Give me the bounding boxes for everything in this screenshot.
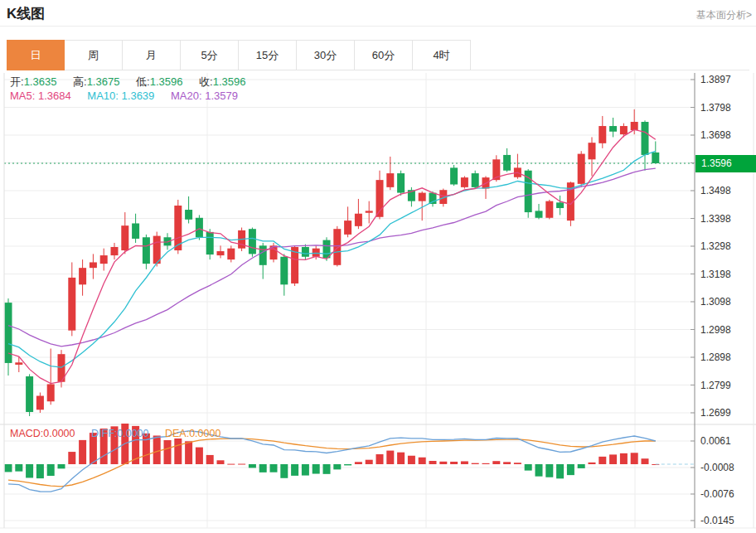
macd-bar (578, 464, 585, 468)
candle-down (652, 153, 659, 163)
macd-bar (355, 462, 362, 464)
macd-bar (26, 464, 33, 477)
macd-bar (90, 433, 97, 464)
y-axis-label: 1.3798 (700, 102, 731, 114)
candle-down (472, 173, 479, 187)
macd-bar (58, 464, 65, 468)
candle-up (68, 278, 75, 331)
tab-5min[interactable]: 5分 (181, 40, 239, 70)
candle-down (132, 223, 139, 238)
macd-bar (206, 455, 214, 464)
candle-down (206, 232, 214, 254)
macd-bar (100, 429, 108, 464)
macd-bar (47, 464, 55, 476)
macd-bar (631, 453, 638, 464)
macd-bar (164, 440, 172, 464)
macd-bar (196, 448, 203, 464)
candle-down (503, 155, 511, 171)
header-divider (0, 26, 756, 27)
tab-15min[interactable]: 15分 (239, 40, 297, 70)
kline-chart-svg[interactable]: 1.38971.37981.36981.34981.33981.32981.31… (0, 73, 756, 533)
candle-up (47, 384, 55, 401)
candle-up (589, 143, 596, 159)
candle-down (609, 126, 617, 132)
y-axis-label: 1.3098 (700, 296, 731, 308)
candle-up (620, 126, 628, 134)
macd-bar (492, 461, 500, 464)
macd-bar (227, 464, 235, 465)
tab-60min[interactable]: 60分 (355, 40, 413, 70)
candle-down (302, 247, 309, 257)
candle-up (100, 255, 108, 264)
candle-down (259, 245, 267, 264)
macd-bar (68, 452, 75, 464)
candle-down (249, 229, 256, 254)
macd-bar (589, 463, 596, 464)
tab-day[interactable]: 日 (7, 40, 65, 70)
macd-bar (450, 462, 458, 464)
macd-bar (556, 464, 564, 478)
candle-down (143, 237, 150, 264)
period-tab-bar: 日 周 月 5分 15分 30分 60分 4时 (7, 40, 749, 70)
macd-bar (174, 439, 182, 464)
macd-bar (249, 464, 256, 468)
macd-bar (472, 463, 479, 464)
candle-down (26, 376, 33, 412)
candle-down (196, 218, 203, 237)
macd-bar (238, 464, 245, 465)
y-axis-label: 1.2799 (700, 380, 731, 391)
macd-bar (397, 453, 405, 464)
macd-bar (514, 463, 521, 464)
candle-down (185, 210, 192, 220)
chart-area: 1.38971.37981.36981.34981.33981.32981.31… (0, 73, 756, 533)
macd-bar (503, 462, 511, 464)
macd-bar (111, 426, 119, 464)
tab-30min[interactable]: 30分 (297, 40, 355, 70)
candle-down (536, 211, 543, 217)
macd-bar (143, 434, 150, 464)
candle-down (556, 202, 564, 208)
page-title: K线图 (7, 4, 45, 23)
y-axis-label: 1.3398 (700, 213, 731, 225)
macd-bar (280, 464, 288, 478)
macd-bar (313, 464, 320, 474)
candle-up (79, 268, 86, 284)
macd-bar (429, 461, 437, 464)
y-axis-label: 1.2699 (700, 407, 731, 419)
candle-up (36, 396, 44, 410)
tab-month[interactable]: 月 (123, 40, 181, 70)
macd-bar (291, 464, 298, 476)
candle-up (598, 126, 606, 143)
candle-up (227, 249, 235, 259)
candle-up (313, 249, 320, 257)
macd-bar (408, 456, 415, 464)
candle-up (90, 262, 97, 268)
candle-up (419, 193, 426, 201)
macd-bar (366, 460, 373, 464)
candle-down (280, 257, 288, 285)
candle-up (545, 201, 553, 218)
y-axis-label: 1.3698 (700, 129, 731, 141)
y-axis-label: 1.3897 (700, 74, 731, 85)
candle-down (642, 122, 649, 155)
fundamental-analysis-link[interactable]: 基本面分析> (696, 8, 752, 22)
macd-bar (419, 458, 426, 464)
macd-bar (259, 464, 267, 472)
candle-up (344, 220, 351, 235)
macd-bar (333, 464, 341, 469)
macd-bar (598, 457, 606, 464)
y-axis-label: 1.3198 (700, 269, 731, 280)
macd-axis-label: 0.0061 (700, 435, 731, 447)
candle-up (15, 362, 22, 365)
tab-week[interactable]: 周 (65, 40, 123, 70)
candle-down (397, 173, 405, 192)
candle-up (121, 225, 128, 250)
macd-bar (642, 458, 649, 464)
macd-bar (5, 464, 12, 472)
macd-bar (376, 454, 384, 464)
candle-up (461, 177, 468, 187)
kline-app: K线图 基本面分析> 日 周 月 5分 15分 30分 60分 4时 1.389… (0, 0, 756, 533)
candle-up (217, 251, 225, 255)
tab-4hour[interactable]: 4时 (413, 40, 471, 70)
macd-bar (620, 453, 628, 464)
